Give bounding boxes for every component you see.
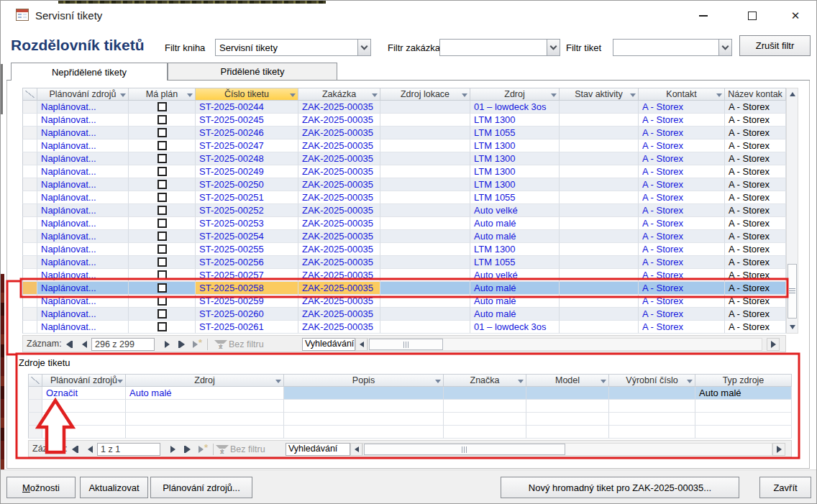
activity-state-cell[interactable] [560, 282, 639, 295]
has-plan-cell[interactable] [129, 204, 196, 217]
plan-link[interactable]: Naplánovat... [37, 114, 129, 127]
source-location-cell[interactable] [380, 127, 470, 139]
source-cell[interactable]: Auto velké [470, 204, 560, 217]
contact-name-cell[interactable]: A - Storex [725, 308, 786, 321]
ticket-number-cell[interactable]: ST-2025-00246 [196, 127, 298, 139]
column-header-planovani-zdroju[interactable]: Plánování zdrojů [42, 374, 126, 387]
ticket-row[interactable]: Naplánovat...ST-2025-00249ZAK-2025-00035… [22, 165, 798, 178]
ticket-row[interactable]: Naplánovat...ST-2025-00259ZAK-2025-00035… [22, 295, 798, 308]
row-selector[interactable] [22, 127, 37, 139]
contact-cell[interactable]: A - Storex [639, 217, 725, 230]
mark-link[interactable]: Označit [42, 387, 126, 400]
column-header-model[interactable]: Model [526, 374, 609, 387]
contact-name-cell[interactable]: A - Storex [725, 139, 786, 152]
ticket-number-cell[interactable]: ST-2025-00251 [196, 191, 298, 204]
scrollbar-thumb[interactable] [369, 339, 443, 350]
source-cell[interactable]: LTM 1300 [470, 114, 560, 127]
row-selector[interactable] [22, 295, 37, 308]
ticket-row[interactable]: Naplánovat...ST-2025-00260ZAK-2025-00035… [22, 308, 798, 321]
activity-state-cell[interactable] [560, 204, 639, 217]
plan-link[interactable]: Naplánovat... [37, 321, 129, 334]
ticket-number-cell[interactable]: ST-2025-00257 [196, 269, 298, 282]
has-plan-checkbox[interactable] [158, 193, 167, 202]
has-plan-checkbox[interactable] [158, 322, 167, 331]
plan-link[interactable]: Naplánovat... [37, 178, 129, 191]
horizontal-scrollbar[interactable] [368, 338, 762, 351]
has-plan-checkbox[interactable] [158, 270, 167, 280]
column-header-typ-zdroje[interactable]: Typ zdroje [695, 374, 792, 387]
column-header-zakazka[interactable]: Zakázka [298, 88, 380, 101]
order-number-cell[interactable]: ZAK-2025-00035 [298, 101, 380, 114]
order-number-cell[interactable]: ZAK-2025-00035 [298, 308, 380, 321]
source-cell[interactable]: LTM 1055 [470, 127, 560, 139]
contact-cell[interactable]: A - Storex [639, 256, 725, 269]
has-plan-cell[interactable] [129, 114, 196, 127]
record-position-box[interactable]: 1 z 1 [97, 443, 160, 456]
refresh-button[interactable]: Aktualizovat [80, 477, 148, 498]
vertical-scrollbar[interactable] [786, 88, 798, 334]
order-number-cell[interactable]: ZAK-2025-00035 [298, 256, 380, 269]
source-location-cell[interactable] [380, 204, 470, 217]
has-plan-checkbox[interactable] [158, 232, 167, 241]
dropdown-button[interactable] [718, 40, 731, 55]
scrollbar-thumb[interactable] [364, 444, 565, 455]
has-plan-checkbox[interactable] [158, 206, 167, 215]
order-number-cell[interactable]: ZAK-2025-00035 [298, 152, 380, 165]
order-number-cell[interactable]: ZAK-2025-00035 [298, 217, 380, 230]
ticket-row[interactable]: Naplánovat...ST-2025-00255ZAK-2025-00035… [22, 243, 798, 256]
select-all-corner[interactable] [22, 88, 37, 101]
no-filter-button[interactable]: Bez filtru [216, 338, 264, 351]
ticket-number-cell[interactable]: ST-2025-00254 [196, 230, 298, 243]
row-selector[interactable] [22, 152, 37, 165]
contact-cell[interactable]: A - Storex [639, 230, 725, 243]
plan-link[interactable]: Naplánovat... [37, 204, 129, 217]
source-location-cell[interactable] [380, 295, 470, 308]
last-record-button[interactable] [181, 443, 194, 456]
ticket-row[interactable]: Naplánovat...ST-2025-00261ZAK-2025-00035… [22, 321, 798, 334]
source-cell[interactable]: 01 – lowdeck 3os [470, 321, 560, 334]
contact-name-cell[interactable]: A - Storex [725, 191, 786, 204]
activity-state-cell[interactable] [560, 101, 639, 114]
has-plan-checkbox[interactable] [158, 180, 167, 189]
contact-cell[interactable]: A - Storex [639, 127, 725, 139]
has-plan-checkbox[interactable] [158, 283, 167, 293]
row-selector[interactable] [22, 243, 37, 256]
contact-cell[interactable]: A - Storex [639, 178, 725, 191]
source-location-cell[interactable] [380, 321, 470, 334]
contact-name-cell[interactable]: A - Storex [725, 165, 786, 178]
has-plan-checkbox[interactable] [158, 115, 167, 124]
row-selector[interactable] [28, 387, 42, 400]
column-header-stav-aktivity[interactable]: Stav aktivity [560, 88, 639, 101]
contact-name-cell[interactable]: A - Storex [725, 256, 786, 269]
source-location-cell[interactable] [380, 243, 470, 256]
ticket-number-cell[interactable]: ST-2025-00255 [196, 243, 298, 256]
row-selector[interactable] [22, 101, 37, 114]
empty-source-row[interactable] [28, 413, 792, 426]
order-number-cell[interactable]: ZAK-2025-00035 [298, 139, 380, 152]
brand-cell[interactable] [444, 387, 526, 400]
order-number-cell[interactable]: ZAK-2025-00035 [298, 321, 380, 334]
has-plan-cell[interactable] [129, 308, 196, 321]
contact-name-cell[interactable]: A - Storex [725, 217, 786, 230]
plan-link[interactable]: Naplánovat... [37, 152, 129, 165]
source-cell[interactable]: LTM 1300 [470, 152, 560, 165]
order-number-cell[interactable]: ZAK-2025-00035 [298, 191, 380, 204]
ticket-number-cell[interactable]: ST-2025-00256 [196, 256, 298, 269]
contact-name-cell[interactable]: A - Storex [725, 178, 786, 191]
row-selector[interactable] [22, 165, 37, 178]
ticket-row[interactable]: Naplánovat...ST-2025-00258ZAK-2025-00035… [22, 282, 798, 295]
column-header-zdroj-lokace[interactable]: Zdroj lokace [380, 88, 470, 101]
ticket-row[interactable]: Naplánovat...ST-2025-00247ZAK-2025-00035… [22, 139, 798, 152]
has-plan-cell[interactable] [129, 282, 196, 295]
column-header-popis[interactable]: Popis [284, 374, 444, 387]
tab-assigned-tickets[interactable]: Přidělené tikety [168, 63, 337, 81]
activity-state-cell[interactable] [560, 139, 639, 152]
ticket-number-cell[interactable]: ST-2025-00259 [196, 295, 298, 308]
source-location-cell[interactable] [380, 269, 470, 282]
contact-cell[interactable]: A - Storex [639, 282, 725, 295]
has-plan-cell[interactable] [129, 127, 196, 139]
source-cell[interactable]: LTM 1300 [470, 165, 560, 178]
close-form-button[interactable]: Zavřít [759, 477, 811, 498]
contact-cell[interactable]: A - Storex [639, 165, 725, 178]
source-row[interactable]: Označit Auto malé Auto malé [28, 387, 792, 400]
